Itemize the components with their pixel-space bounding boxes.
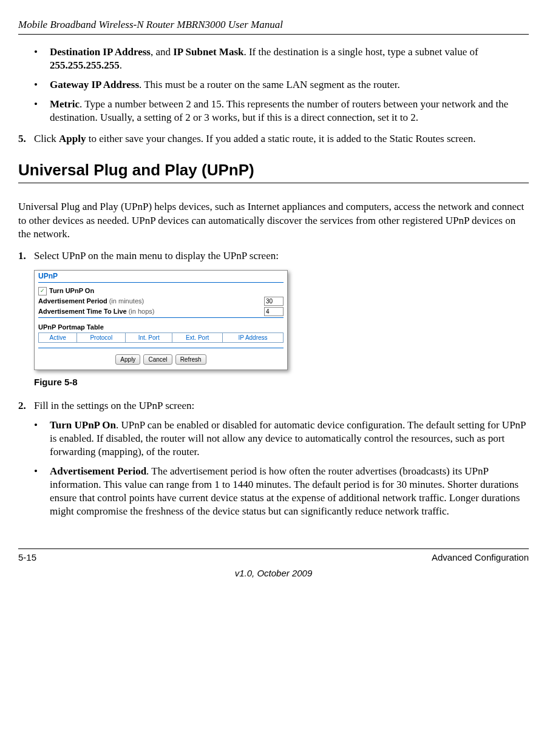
adv-ttl-label-units: (in hops) — [129, 307, 155, 316]
turn-upnp-on-row: ✓ Turn UPnP On — [38, 286, 284, 295]
bullet-item: • Destination IP Address, and IP Subnet … — [18, 46, 529, 72]
bullet-content: Advertisement Period. The advertisement … — [50, 465, 529, 518]
step-number: 2. — [18, 399, 34, 525]
step-2: 2. Fill in the settings on the UPnP scre… — [18, 399, 529, 525]
col-int-port: Int. Port — [126, 333, 172, 343]
section-heading-upnp: Universal Plug and Play (UPnP) — [18, 160, 529, 181]
page-footer: 5-15 Advanced Configuration — [18, 552, 529, 564]
portmap-table-label: UPnP Portmap Table — [38, 323, 284, 331]
document-header-title: Mobile Broadband Wireless-N Router MBRN3… — [18, 18, 529, 32]
footer-page-number: 5-15 — [18, 552, 36, 564]
panel-rule — [38, 317, 284, 318]
bullet-marker: • — [34, 419, 50, 459]
col-ip-address: IP Address — [222, 333, 283, 343]
upnp-panel-title: UPnP — [38, 272, 284, 282]
bullet-item: • Advertisement Period. The advertisemen… — [34, 465, 529, 518]
footer-rule — [18, 548, 529, 549]
bullet-content: Turn UPnP On. UPnP can be enabled or dis… — [50, 419, 529, 459]
bullet-content: Destination IP Address, and IP Subnet Ma… — [50, 46, 529, 72]
footer-section-name: Advanced Configuration — [432, 552, 529, 564]
portmap-table: Active Protocol Int. Port Ext. Port IP A… — [38, 332, 284, 343]
step-5: 5. Click Apply to either save your chang… — [18, 132, 529, 146]
step-2-text: Fill in the settings on the UPnP screen: — [34, 400, 194, 411]
apply-button[interactable]: Apply — [115, 354, 140, 365]
step-1: 1. Select UPnP on the main menu to displ… — [18, 249, 529, 263]
top-bullet-list: • Destination IP Address, and IP Subnet … — [18, 46, 529, 124]
adv-period-label-bold: Advertisement Period — [38, 297, 107, 305]
bullet-content: Gateway IP Address. This must be a route… — [50, 78, 529, 92]
adv-period-input[interactable] — [264, 297, 284, 306]
adv-ttl-row: Advertisement Time To Live (in hops) — [38, 307, 284, 316]
turn-upnp-on-label: Turn UPnP On — [49, 286, 94, 295]
panel-rule — [38, 348, 284, 348]
figure-caption: Figure 5-8 — [34, 376, 529, 388]
adv-period-label-units: (in minutes) — [109, 297, 144, 305]
step-number: 1. — [18, 249, 34, 263]
panel-button-row: Apply Cancel Refresh — [38, 354, 284, 365]
refresh-button[interactable]: Refresh — [175, 354, 206, 365]
bullet-item: • Metric. Type a number between 2 and 15… — [18, 98, 529, 124]
step-content: Click Apply to either save your changes.… — [34, 132, 529, 146]
col-ext-port: Ext. Port — [172, 333, 223, 343]
bullet-marker: • — [34, 465, 50, 518]
step-number: 5. — [18, 132, 34, 146]
footer-version: v1.0, October 2009 — [18, 567, 529, 579]
bullet-item: • Turn UPnP On. UPnP can be enabled or d… — [34, 419, 529, 459]
adv-ttl-input[interactable] — [264, 307, 284, 316]
section-rule — [18, 183, 529, 183]
cancel-button[interactable]: Cancel — [143, 354, 172, 365]
bullet-marker: • — [18, 78, 50, 92]
upnp-panel: UPnP ✓ Turn UPnP On Advertisement Period… — [34, 270, 288, 370]
header-rule — [18, 34, 529, 35]
step-2-sub-bullets: • Turn UPnP On. UPnP can be enabled or d… — [34, 419, 529, 519]
figure-5-8-wrap: UPnP ✓ Turn UPnP On Advertisement Period… — [34, 270, 288, 370]
col-active: Active — [39, 333, 77, 343]
bullet-marker: • — [18, 98, 50, 124]
step-content: Select UPnP on the main menu to display … — [34, 249, 529, 263]
adv-period-row: Advertisement Period (in minutes) — [38, 297, 284, 306]
col-protocol: Protocol — [77, 333, 126, 343]
panel-rule — [38, 282, 284, 283]
bullet-item: • Gateway IP Address. This must be a rou… — [18, 78, 529, 92]
step-content: Fill in the settings on the UPnP screen:… — [34, 399, 529, 525]
turn-upnp-on-checkbox[interactable]: ✓ — [38, 287, 47, 295]
section-intro: Universal Plug and Play (UPnP) helps dev… — [18, 200, 529, 240]
adv-ttl-label-bold: Advertisement Time To Live — [38, 307, 127, 316]
bullet-marker: • — [18, 46, 50, 72]
bullet-content: Metric. Type a number between 2 and 15. … — [50, 98, 529, 124]
